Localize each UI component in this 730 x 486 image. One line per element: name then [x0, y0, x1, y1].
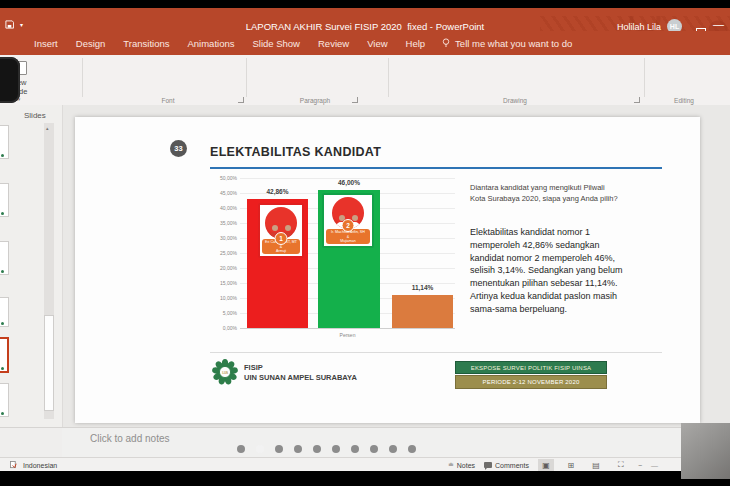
zoom-out-icon[interactable]: − [638, 462, 642, 469]
comments-icon [484, 462, 492, 468]
slide-thumbnail[interactable] [0, 125, 9, 159]
thumbnail-marker [1, 154, 4, 157]
letterbox-bottom [0, 471, 730, 486]
y-tick-label: 10,00% [185, 295, 237, 301]
x-axis-label: Persen [240, 332, 455, 338]
comments-toggle[interactable]: Comments [484, 462, 529, 469]
titlebar: ▾ LAPORAN AKHIR Survei FISIP 2020_fixed … [0, 8, 730, 31]
group-separator [644, 58, 645, 97]
y-tick-label: 5,00% [185, 310, 237, 316]
pager-dot[interactable] [332, 445, 340, 453]
ribbon-tab-help[interactable]: Help [397, 33, 435, 54]
slides-panel-scrollbar[interactable]: ▴ [44, 123, 54, 419]
notes-icon: ≐ [448, 461, 454, 469]
drawing-group-label: Drawing [475, 97, 555, 104]
spell-check-icon [10, 461, 17, 469]
gridline [240, 328, 455, 329]
bar-value-label: 42,86% [247, 188, 308, 195]
ribbon-tab-design[interactable]: Design [67, 33, 115, 54]
survey-question-text[interactable]: Diantara kandidat yang mengikuti Pilwali… [470, 183, 622, 205]
ribbon: New Slide ▾ Layout▾ Reset Section▾ ▾ ▾ A… [0, 55, 730, 106]
reading-view-button[interactable]: ▤ [588, 459, 604, 471]
drawing-dialog-launcher[interactable] [634, 97, 640, 103]
ribbon-tabs: InsertDesignTransitionsAnimationsSlide S… [25, 33, 434, 54]
pager-dot[interactable] [275, 445, 283, 453]
zoom-slider[interactable]: — [651, 462, 658, 469]
screen: ▾ LAPORAN AKHIR Survei FISIP 2020_fixed … [0, 0, 730, 486]
y-tick-label: 20,00% [185, 265, 237, 271]
meeting-overlay-pill [0, 57, 20, 103]
thumbnail-marker [1, 322, 4, 325]
letterbox-top [0, 0, 730, 8]
svg-text:ua: ua [222, 369, 229, 375]
ribbon-tab-slide-show[interactable]: Slide Show [243, 33, 309, 54]
slide-sorter-view-button[interactable]: ⊞ [563, 459, 579, 471]
scrollbar-thumb[interactable] [44, 315, 54, 411]
paragraph-dialog-launcher[interactable] [352, 97, 358, 103]
analysis-text[interactable]: Elektabilitas kandidat nomor 1 memperole… [470, 226, 628, 315]
ribbon-tab-transitions[interactable]: Transitions [114, 33, 178, 54]
ribbon-tab-review[interactable]: Review [309, 33, 358, 54]
language-indicator[interactable]: Indonesian [23, 462, 57, 469]
pager-dot[interactable] [351, 445, 359, 453]
status-bar: Indonesian ≐ Notes Comments ▣ ⊞ ▤ ⛶ − — [0, 457, 730, 472]
candidate-card-2: 2 Ir. Machfud Arifin, SH & Mujiaman [322, 193, 374, 248]
footer-badge-expose: EKSPOSE SURVEI POLITIK FISIP UINSA [455, 361, 607, 374]
notes-left-strip [0, 427, 62, 458]
y-tick-label: 45,00% [185, 190, 237, 196]
y-tick-label: 50,00% [185, 175, 237, 181]
pager-dot[interactable] [408, 445, 416, 453]
group-separator [82, 58, 83, 97]
ribbon-tab-insert[interactable]: Insert [25, 33, 67, 54]
meeting-pager-dots[interactable] [237, 445, 416, 453]
slides-panel[interactable]: Slides ▴ [0, 105, 63, 427]
ribbon-tab-animations[interactable]: Animations [178, 33, 243, 54]
ribbon-tab-view[interactable]: View [358, 33, 396, 54]
notes-toggle[interactable]: ≐ Notes [448, 461, 475, 469]
ribbon-tab-row: InsertDesignTransitionsAnimationsSlide S… [0, 31, 730, 55]
pager-dot[interactable] [389, 445, 397, 453]
font-group-label: Font [128, 97, 208, 104]
y-tick-label: 30,00% [185, 235, 237, 241]
y-tick-label: 35,00% [185, 220, 237, 226]
lightbulb-icon [442, 38, 450, 48]
pager-dot[interactable] [237, 445, 245, 453]
pager-dot[interactable] [294, 445, 302, 453]
slides-panel-header: Slides [24, 111, 46, 120]
pager-dot[interactable] [313, 445, 321, 453]
candidate-card-1: 1 Eri Cahyadi, ST, MT & Armuji [258, 203, 304, 258]
slide-thumbnail[interactable] [0, 297, 9, 327]
y-tick-label: 15,00% [185, 280, 237, 286]
footer-badge-periode: PERIODE 2-12 NOVEMBER 2020 [455, 375, 607, 389]
candidate-2-number: 2 [342, 219, 355, 232]
slide-thumbnail[interactable] [0, 337, 9, 373]
minimize-button[interactable]: — [713, 18, 724, 30]
slide-canvas[interactable]: 33 ELEKTABILITAS KANDIDAT 50,00%45,00%40… [75, 117, 700, 423]
bar-undecided[interactable] [392, 295, 453, 328]
slide-thumbnail[interactable] [0, 183, 9, 217]
slide-thumbnail[interactable] [0, 241, 9, 275]
paragraph-group-label: Paragraph [275, 97, 355, 104]
slideshow-button[interactable]: ⛶ [613, 459, 629, 471]
group-separator [388, 58, 389, 97]
thumbnail-marker [1, 270, 4, 273]
slide-title[interactable]: ELEKTABILITAS KANDIDAT [210, 145, 381, 159]
pager-dot[interactable] [256, 445, 264, 453]
editing-group-label: Editing [644, 97, 724, 104]
font-dialog-launcher[interactable] [238, 97, 244, 103]
footer-divider [210, 352, 662, 353]
org-name: FISIP UIN SUNAN AMPEL SURABAYA [244, 363, 357, 383]
normal-view-button[interactable]: ▣ [538, 459, 554, 471]
webcam-video-overlay[interactable] [681, 423, 730, 479]
notes-placeholder[interactable]: Click to add notes [90, 433, 170, 444]
pager-dot[interactable] [370, 445, 378, 453]
thumbnail-marker [1, 412, 4, 415]
bar-value-label: 11,14% [392, 284, 453, 291]
account-name: Holilah Lila [617, 22, 661, 32]
scroll-up-icon[interactable]: ▴ [46, 125, 49, 131]
thumbnail-marker [1, 367, 4, 370]
tell-me-box[interactable]: Tell me what you want to do [442, 38, 572, 49]
slide-number-badge: 33 [170, 140, 187, 157]
slide-thumbnail[interactable] [0, 383, 9, 417]
y-tick-label: 0,00% [185, 325, 237, 331]
